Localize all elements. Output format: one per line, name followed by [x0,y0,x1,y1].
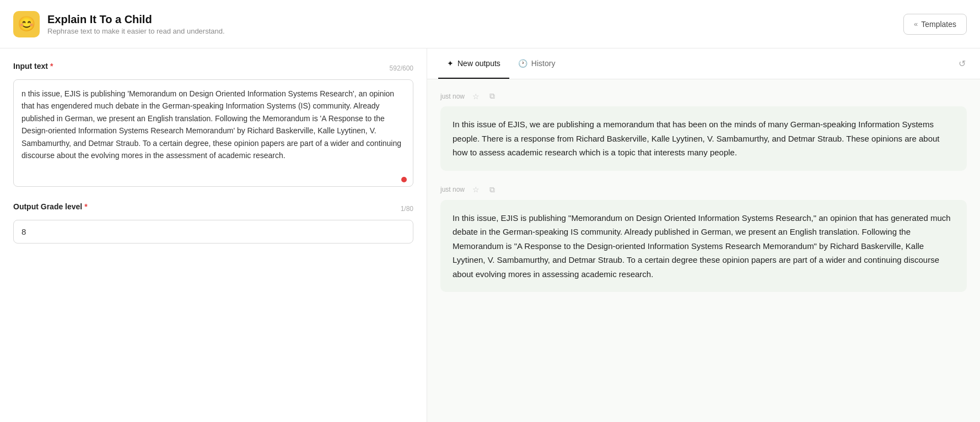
grade-header: Output Grade level * 1/80 [13,202,413,215]
output-card-1: just now ☆ ⧉ In this issue of EJIS, we a… [440,90,967,171]
templates-button[interactable]: « Templates [903,14,967,35]
input-required-star: * [50,62,53,71]
header-left: 😊 Explain It To a Child Rephrase text to… [13,11,225,37]
grade-char-count: 1/80 [401,205,413,213]
templates-label: Templates [921,20,956,29]
output-meta-1: just now ☆ ⧉ [440,90,967,102]
output-card-2: just now ☆ ⧉ In this issue, EJIS is publ… [440,184,967,293]
right-panel: ✦ New outputs 🕐 History ↺ just now ☆ ⧉ I… [427,48,980,422]
grade-input[interactable] [13,220,413,244]
input-text-wrapper: Input text * 592/600 [13,62,413,189]
grade-required-star: * [84,202,87,211]
input-text-label: Input text * [13,62,53,71]
input-error-dot [401,177,407,182]
app-icon: 😊 [13,11,40,37]
output-text-2: In this issue, EJIS is publishing "Memor… [440,200,967,293]
tab-history-label: History [531,59,556,68]
output-time-1: just now [440,93,465,100]
app-header: 😊 Explain It To a Child Rephrase text to… [0,0,980,48]
output-meta-2: just now ☆ ⧉ [440,184,967,196]
copy-button-1[interactable]: ⧉ [487,90,497,102]
refresh-button[interactable]: ↺ [955,55,969,72]
output-time-2: just now [440,186,465,193]
input-char-count: 592/600 [390,64,413,72]
star-button-2[interactable]: ☆ [470,184,482,195]
app-title: Explain It To a Child [47,13,225,26]
grade-label: Output Grade level * [13,202,88,211]
input-textarea[interactable] [13,79,413,187]
grade-level-field: Output Grade level * 1/80 [13,202,413,244]
star-button-1[interactable]: ☆ [470,91,482,102]
tab-new-outputs[interactable]: ✦ New outputs [438,48,509,79]
tab-new-outputs-label: New outputs [457,59,500,68]
refresh-icon: ↺ [959,59,966,68]
copy-button-2[interactable]: ⧉ [487,184,497,196]
app-subtitle: Rephrase text to make it easier to read … [47,27,225,35]
input-text-header: Input text * 592/600 [13,62,413,75]
app-title-group: Explain It To a Child Rephrase text to m… [47,13,225,35]
tabs-bar: ✦ New outputs 🕐 History ↺ [427,48,980,79]
new-outputs-icon: ✦ [447,59,454,68]
history-icon: 🕐 [518,59,527,68]
tab-history[interactable]: 🕐 History [509,48,564,79]
left-panel: Input text * 592/600 Output Grade level … [0,48,427,422]
output-text-1: In this issue of EJIS, we are publishing… [440,106,967,171]
outputs-area: just now ☆ ⧉ In this issue of EJIS, we a… [427,79,980,422]
main-container: Input text * 592/600 Output Grade level … [0,48,980,422]
chevrons-left-icon: « [914,20,918,28]
